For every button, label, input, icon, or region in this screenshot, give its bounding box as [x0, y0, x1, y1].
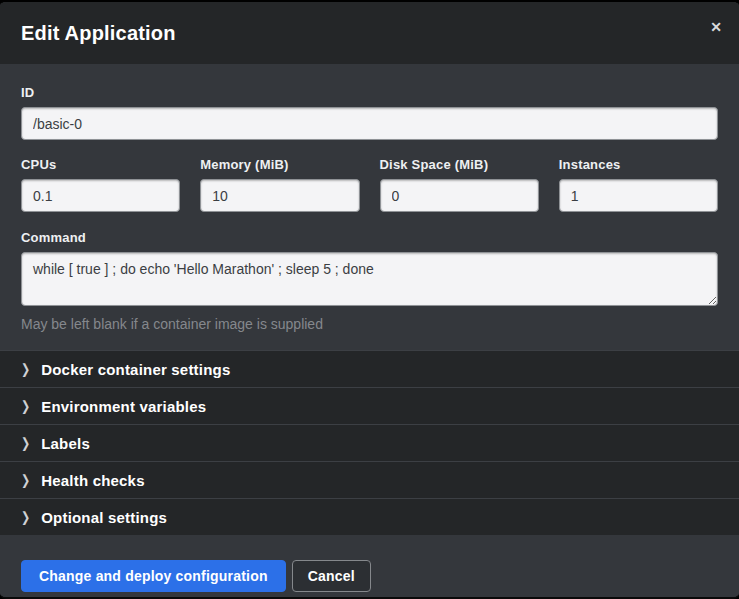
- command-textarea[interactable]: while [ true ] ; do echo 'Hello Marathon…: [21, 252, 718, 306]
- section-label: Labels: [41, 435, 90, 452]
- section-docker-container-settings[interactable]: ❯ Docker container settings: [0, 350, 739, 387]
- section-label: Health checks: [41, 472, 144, 489]
- edit-application-modal: Edit Application ✕ ID CPUs Memory (MiB): [0, 0, 739, 599]
- modal-header: Edit Application ✕: [0, 2, 739, 64]
- section-label: Docker container settings: [41, 361, 230, 378]
- disk-label: Disk Space (MiB): [380, 157, 539, 172]
- command-help-text: May be left blank if a container image i…: [21, 316, 718, 332]
- memory-field-group: Memory (MiB): [200, 157, 359, 212]
- memory-input[interactable]: [200, 179, 359, 212]
- modal-footer: Change and deploy configuration Cancel: [0, 535, 739, 599]
- instances-input[interactable]: [559, 179, 718, 212]
- chevron-right-icon: ❯: [21, 472, 30, 488]
- disk-field-group: Disk Space (MiB): [380, 157, 539, 212]
- chevron-right-icon: ❯: [21, 398, 30, 414]
- instances-field-group: Instances: [559, 157, 718, 212]
- application-form: ID CPUs Memory (MiB) Disk Space (MiB) In: [0, 64, 739, 332]
- cancel-button[interactable]: Cancel: [292, 560, 371, 592]
- modal-body: ID CPUs Memory (MiB) Disk Space (MiB) In: [0, 64, 739, 535]
- chevron-right-icon: ❯: [21, 435, 30, 451]
- cpus-field-group: CPUs: [21, 157, 180, 212]
- memory-label: Memory (MiB): [200, 157, 359, 172]
- instances-label: Instances: [559, 157, 718, 172]
- section-optional-settings[interactable]: ❯ Optional settings: [0, 498, 739, 535]
- command-field-group: Command while [ true ] ; do echo 'Hello …: [21, 230, 718, 332]
- close-icon: ✕: [710, 19, 722, 35]
- section-labels[interactable]: ❯ Labels: [0, 424, 739, 461]
- close-button[interactable]: ✕: [706, 16, 726, 38]
- cpus-input[interactable]: [21, 179, 180, 212]
- section-label: Environment variables: [41, 398, 206, 415]
- section-health-checks[interactable]: ❯ Health checks: [0, 461, 739, 498]
- modal-title: Edit Application: [21, 22, 176, 45]
- id-field-group: ID: [21, 85, 718, 140]
- disk-input[interactable]: [380, 179, 539, 212]
- section-label: Optional settings: [41, 509, 167, 526]
- id-label: ID: [21, 85, 718, 100]
- id-input[interactable]: [21, 107, 718, 140]
- cpus-label: CPUs: [21, 157, 180, 172]
- command-label: Command: [21, 230, 718, 245]
- change-and-deploy-button[interactable]: Change and deploy configuration: [21, 560, 286, 592]
- resources-row: CPUs Memory (MiB) Disk Space (MiB) Insta…: [21, 157, 718, 212]
- accordion: ❯ Docker container settings ❯ Environmen…: [0, 350, 739, 535]
- section-environment-variables[interactable]: ❯ Environment variables: [0, 387, 739, 424]
- chevron-right-icon: ❯: [21, 361, 30, 377]
- chevron-right-icon: ❯: [21, 509, 30, 525]
